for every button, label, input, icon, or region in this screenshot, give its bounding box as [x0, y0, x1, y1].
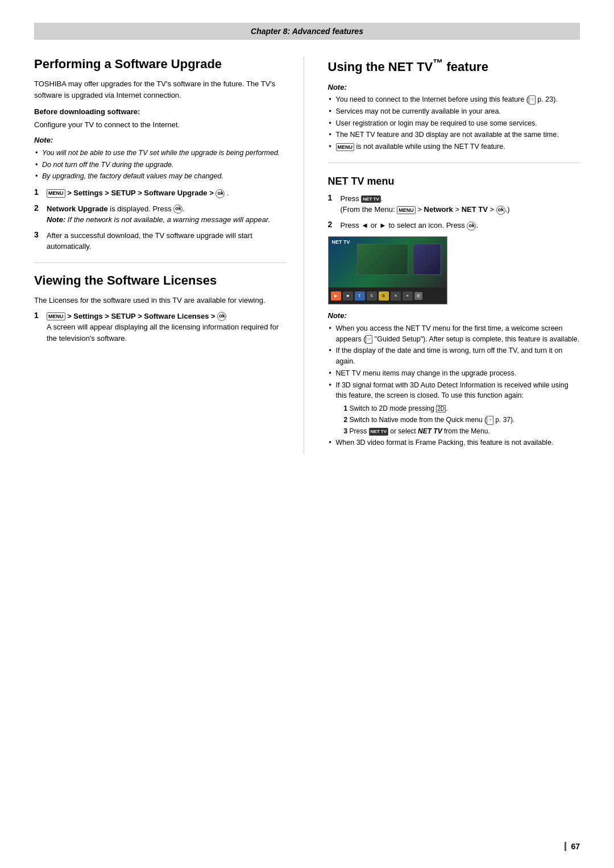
- nettv-note-5: MENU is not available while using the NE…: [328, 141, 580, 152]
- page: Chapter 8: Advanced features Performing …: [0, 0, 614, 868]
- licenses-step-1: 1 MENU > Settings > SETUP > Software Lic…: [34, 311, 287, 344]
- nettv-notes: You need to connect to the Internet befo…: [328, 94, 580, 152]
- nettv-menu-note-label: Note:: [328, 310, 580, 322]
- nettv-step-1: 1 Press NET TV. (From the Menu: MENU > N…: [328, 193, 580, 215]
- nettv-step-2: 2 Press ◄ or ► to select an icon. Press …: [328, 220, 580, 231]
- two-column-layout: Performing a Software Upgrade TOSHIBA ma…: [34, 57, 580, 454]
- licenses-step-1-content: MENU > Settings > SETUP > Software Licen…: [47, 311, 287, 344]
- note-item-2: Do not turn off the TV during the upgrad…: [34, 160, 287, 170]
- step-2-content: Network Upgrade is displayed. Press ok. …: [47, 203, 287, 226]
- sub-step-3: 3 Press NET TV or select NET TV from the…: [344, 426, 580, 436]
- nettv-toolbar-icon-8: ⊞: [414, 292, 422, 300]
- step-3: 3 After a successful download, the TV so…: [34, 230, 287, 252]
- before-downloading-text: Configure your TV to connect to the Inte…: [34, 119, 287, 131]
- nettv-note-4: The NET TV feature and 3D display are no…: [328, 130, 580, 140]
- nettv-note-2: Services may not be currently available …: [328, 106, 580, 117]
- mode-icon: 2D: [436, 405, 446, 412]
- page-number: 67: [565, 842, 580, 851]
- nettv-toolbar-icon-6: ✕: [391, 291, 401, 301]
- section-divider-2: [328, 162, 580, 163]
- nettv-step-2-content: Press ◄ or ► to select an icon. Press ok…: [341, 220, 580, 231]
- before-downloading-label: Before downloading software:: [34, 106, 287, 118]
- nettv-note-label: Note:: [328, 82, 580, 93]
- nettv-note-1: You need to connect to the Internet befo…: [328, 94, 580, 105]
- nettv-screen-label: NET TV: [332, 239, 350, 245]
- menu-icon-2: MENU: [47, 312, 65, 321]
- nettv-toolbar-icon-3: T: [355, 291, 365, 301]
- sub-step-1: 1 Switch to 2D mode pressing 2D.: [344, 403, 580, 414]
- step-2: 2 Network Upgrade is displayed. Press ok…: [34, 203, 287, 226]
- ok-icon-3: ok: [217, 312, 226, 321]
- section-divider-1: [34, 262, 287, 263]
- nettv-toolbar: ▶ ■ T S B ✕ ≡ ⊞: [329, 287, 447, 304]
- licenses-step-num-1: 1: [34, 311, 42, 320]
- software-upgrade-notes: You will not be able to use the TV set w…: [34, 148, 287, 182]
- software-licenses-intro: The Licenses for the software used in th…: [34, 295, 287, 306]
- nettv-toolbar-icon-1: ▶: [331, 291, 341, 301]
- nettv-step-num-1: 1: [328, 193, 336, 202]
- nettv-step-1-content: Press NET TV. (From the Menu: MENU > Net…: [341, 193, 580, 215]
- nettv-note-3: User registration or login may be requir…: [328, 118, 580, 129]
- note-item-3: By upgrading, the factory default values…: [34, 171, 287, 182]
- chapter-header: Chapter 8: Advanced features: [34, 23, 580, 40]
- nettv-step-num-2: 2: [328, 220, 336, 229]
- sub-step-2: 2 Switch to Native mode from the Quick m…: [344, 415, 580, 425]
- note-label-1: Note:: [34, 135, 287, 146]
- step-2-note-label: Note:: [47, 215, 65, 224]
- step-1: 1 MENU > Settings > SETUP > Software Upg…: [34, 187, 287, 199]
- left-column: Performing a Software Upgrade TOSHIBA ma…: [34, 57, 304, 454]
- ref-icon-1: ☞: [529, 95, 536, 105]
- menu-icon-ref: MENU: [336, 143, 355, 152]
- ok-icon-1: ok: [215, 189, 225, 198]
- nettv-menu-note-3: NET TV menu items may change in the upgr…: [328, 368, 580, 379]
- nettv-toolbar-icon-7: ≡: [403, 291, 413, 301]
- note-item-1: You will not be able to use the TV set w…: [34, 148, 287, 158]
- nettv-toolbar-icon-5: B: [379, 291, 389, 301]
- sub-steps-container: 1 Switch to 2D mode pressing 2D. 2 Switc…: [336, 403, 580, 436]
- nettv-toolbar-icon-4: S: [367, 291, 377, 301]
- step-3-content: After a successful download, the TV soft…: [47, 230, 287, 252]
- step-num-2: 2: [34, 203, 42, 212]
- ref-icon-3: ☞: [487, 416, 493, 425]
- ok-icon-4: ok: [496, 206, 505, 215]
- nettv-menu-note-2: If the display of the date and time is w…: [328, 345, 580, 367]
- nettv-button-icon: NET TV: [361, 195, 380, 203]
- menu-icon-3: MENU: [397, 206, 416, 215]
- nettv-menu-note-4: If 3D signal format with 3D Auto Detect …: [328, 380, 580, 437]
- right-column: Using the NET TV™ feature Note: You need…: [325, 57, 580, 454]
- software-upgrade-intro: TOSHIBA may offer upgrades for the TV's …: [34, 78, 287, 101]
- nettv-menu-title: NET TV menu: [328, 176, 580, 187]
- software-licenses-title: Viewing the Software Licenses: [34, 273, 287, 288]
- nettv-toolbar-icon-2: ■: [343, 291, 353, 301]
- ok-icon-5: ok: [467, 222, 476, 231]
- chapter-header-text: Chapter 8: Advanced features: [251, 27, 363, 36]
- nettv-feature-title: Using the NET TV™ feature: [328, 57, 580, 75]
- ref-icon-2: ☞: [366, 335, 372, 344]
- software-upgrade-title: Performing a Software Upgrade: [34, 57, 287, 72]
- step-1-content: MENU > Settings > SETUP > Software Upgra…: [47, 187, 287, 199]
- step-num-1: 1: [34, 187, 42, 197]
- nettv-menu-note-1: When you access the NET TV menu for the …: [328, 323, 580, 345]
- nettv-button-icon-2: NET TV: [369, 428, 388, 435]
- step-num-3: 3: [34, 230, 42, 239]
- nettv-menu-notes: When you access the NET TV menu for the …: [328, 323, 580, 448]
- nettv-menu-note-5: When 3D video format is Frame Packing, t…: [328, 437, 580, 448]
- nettv-screenshot: NET TV ▶ ■ T S B ✕ ≡ ⊞: [328, 236, 447, 304]
- nettv-screen-image: NET TV: [329, 237, 447, 287]
- menu-icon-1: MENU: [47, 189, 65, 198]
- ok-icon-2: ok: [173, 205, 182, 214]
